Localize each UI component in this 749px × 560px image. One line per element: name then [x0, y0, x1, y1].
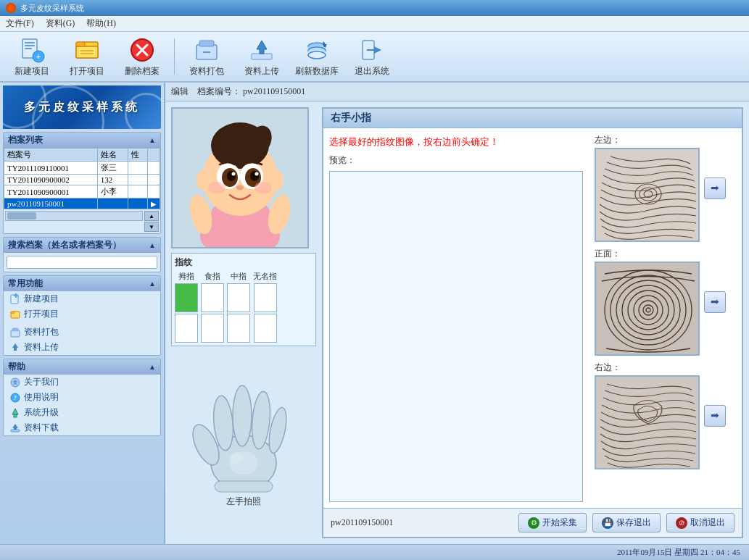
fp-slot-0-1[interactable]	[175, 314, 198, 343]
help-about[interactable]: 关 关于我们	[4, 375, 160, 390]
func-pack-label: 资料打包	[24, 326, 59, 338]
svg-rect-73	[215, 481, 273, 492]
pack-data-button[interactable]: 资料打包	[182, 35, 231, 78]
table-row[interactable]: pw201109150001▶	[4, 198, 160, 209]
svg-rect-8	[76, 42, 85, 46]
func-new-project[interactable]: 新建项目	[4, 291, 160, 306]
save-exit-icon: 💾	[602, 517, 613, 529]
menu-data[interactable]: 资料(G)	[46, 17, 75, 30]
help-download[interactable]: 资料下载	[4, 420, 160, 435]
func-new-icon	[9, 293, 21, 305]
functions-section: 常用功能 ▲ 新建项目 打开项目 资料打包	[3, 275, 161, 356]
refresh-db-button[interactable]: 刷新数据库	[292, 35, 342, 78]
fp-slot-3-0[interactable]	[254, 283, 277, 312]
scroll-up-btn[interactable]: ▲	[144, 211, 159, 221]
cell-gender	[128, 162, 147, 175]
fp-col-0: 拇指	[175, 271, 198, 343]
rfp-bottom-bar: pw201109150001 ⚙ 开始采集 💾 保存退出 ⊘ 取消退出	[323, 508, 742, 537]
pack-data-icon	[193, 36, 220, 64]
help-upgrade-icon	[9, 407, 21, 419]
fp-left-confirm-btn[interactable]: ➡	[704, 177, 726, 199]
window-icon	[6, 3, 16, 13]
svg-text:?: ?	[14, 395, 17, 401]
svg-text:关: 关	[12, 380, 18, 386]
svg-rect-2	[25, 45, 35, 46]
fp-right-label: 右边：	[595, 362, 700, 374]
cancel-exit-btn[interactable]: ⊘ 取消退出	[666, 513, 734, 532]
search-title: 搜索档案（姓名或者档案号）	[8, 239, 121, 251]
cell-case-id: TY2011090900002	[4, 175, 98, 185]
svg-marker-39	[12, 409, 18, 414]
case-list-title: 档案列表	[8, 134, 43, 146]
exit-button[interactable]: 退出系统	[347, 35, 397, 78]
delete-file-label: 删除档案	[125, 65, 160, 78]
fp-slot-2-0[interactable]	[227, 283, 250, 312]
cell-gender	[128, 185, 147, 198]
search-input[interactable]	[7, 256, 157, 269]
fp-slot-0-0[interactable]	[175, 283, 198, 312]
fp-views-panel: 左边：	[595, 134, 736, 502]
cell-scroll: ▶	[148, 198, 160, 209]
svg-rect-3	[25, 48, 32, 49]
help-upgrade[interactable]: 系统升级	[4, 405, 160, 420]
svg-rect-78	[596, 263, 700, 356]
fp-slot-3-1[interactable]	[254, 314, 277, 343]
menu-help[interactable]: 帮助(H)	[86, 17, 116, 30]
new-project-button[interactable]: + 新建项目	[7, 35, 57, 78]
fp-right-confirm-btn[interactable]: ➡	[704, 405, 726, 427]
svg-point-68	[233, 385, 252, 446]
start-collect-btn[interactable]: ⚙ 开始采集	[518, 513, 587, 532]
fp-slot-1-0[interactable]	[201, 283, 224, 312]
functions-chevron: ▲	[149, 280, 156, 288]
help-chevron: ▲	[149, 363, 156, 371]
new-project-label: 新建项目	[15, 65, 49, 78]
fp-panel-title: 右手小指	[323, 109, 742, 128]
help-manual[interactable]: ? 使用说明	[4, 390, 160, 405]
fp-right-view-group: 右边：	[595, 362, 736, 469]
fp-slot-1-1[interactable]	[201, 314, 224, 343]
fp-col-1: 食指	[201, 271, 224, 343]
func-upload-data[interactable]: 资料上传	[4, 340, 160, 355]
fp-front-confirm-btn[interactable]: ➡	[704, 291, 726, 313]
fp-front-label: 正面：	[595, 248, 700, 260]
case-list-header[interactable]: 档案列表 ▲	[4, 133, 160, 148]
help-title: 帮助	[8, 361, 25, 373]
svg-rect-40	[14, 414, 17, 417]
scroll-down-btn[interactable]: ▼	[144, 222, 159, 232]
functions-header[interactable]: 常用功能 ▲	[4, 276, 160, 291]
upload-data-button[interactable]: 资料上传	[237, 35, 286, 78]
svg-text:+: +	[36, 51, 41, 62]
open-project-button[interactable]: 打开项目	[62, 35, 112, 78]
table-row[interactable]: TY2011090900002132	[4, 175, 160, 185]
exit-icon	[358, 36, 386, 64]
cell-case-id: pw201109150001	[4, 198, 98, 209]
delete-file-button[interactable]: 删除档案	[117, 35, 167, 78]
help-about-icon: 关	[9, 377, 21, 388]
table-row[interactable]: TY2011109110001张三	[4, 162, 160, 175]
save-exit-btn[interactable]: 💾 保存退出	[592, 513, 661, 532]
fp-slot-2-1[interactable]	[227, 314, 250, 343]
menu-file[interactable]: 文件(F)	[6, 17, 34, 30]
fp-col-label-2: 中指	[231, 271, 247, 282]
func-open-label: 打开项目	[24, 308, 59, 320]
fp-front-box	[595, 262, 700, 356]
help-header[interactable]: 帮助 ▲	[4, 359, 160, 375]
col-gender: 性	[128, 149, 147, 162]
svg-rect-33	[12, 328, 18, 331]
svg-rect-41	[11, 430, 20, 432]
svg-point-62	[255, 182, 272, 193]
func-pack-data[interactable]: 资料打包	[4, 325, 160, 340]
search-header[interactable]: 搜索档案（姓名或者档案号） ▲	[4, 238, 160, 253]
help-manual-label: 使用说明	[24, 391, 59, 404]
help-download-icon	[9, 422, 21, 434]
table-row[interactable]: TY2011090900001小李	[4, 185, 160, 198]
svg-point-58	[231, 172, 235, 175]
horizontal-scrollbar[interactable]	[5, 211, 143, 221]
func-open-project[interactable]: 打开项目	[4, 306, 160, 322]
fp-col-label-3: 无名指	[253, 271, 277, 282]
search-section: 搜索档案（姓名或者档案号） ▲	[3, 237, 161, 272]
fp-col-2: 中指	[227, 271, 250, 343]
search-chevron: ▲	[149, 241, 156, 249]
help-about-label: 关于我们	[24, 376, 59, 388]
func-upload-label: 资料上传	[24, 341, 59, 354]
